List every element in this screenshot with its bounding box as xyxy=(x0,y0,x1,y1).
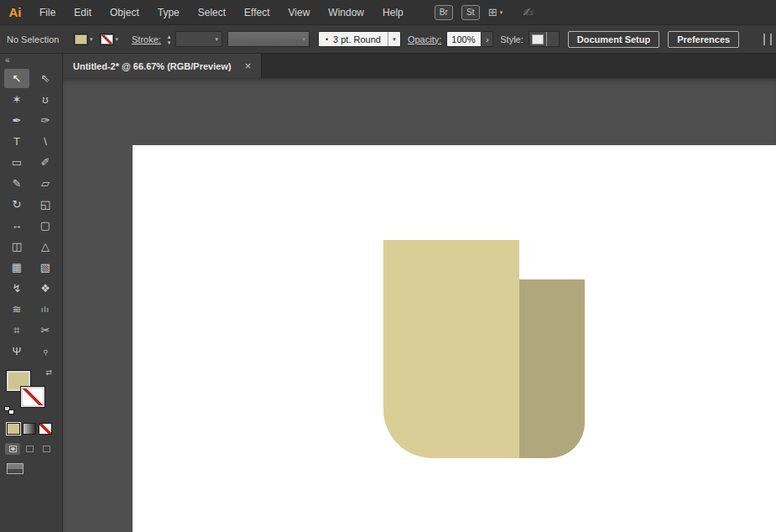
menu-window[interactable]: Window xyxy=(319,0,373,24)
stroke-label[interactable]: Stroke: xyxy=(132,34,161,44)
default-stroke-square xyxy=(8,409,14,415)
menu-object[interactable]: Object xyxy=(101,0,148,24)
selection-tool[interactable]: ↖ xyxy=(4,69,29,88)
opacity-select[interactable]: 100% › xyxy=(446,31,493,47)
stock-button[interactable]: St xyxy=(461,5,480,20)
draw-behind-icon xyxy=(26,446,34,452)
shape-builder-tool[interactable]: ◫ xyxy=(4,237,29,256)
line-segment-tool[interactable]: \ xyxy=(33,132,58,151)
tools-panel: « ↖ ⇖ ✶ ʊ ✒ ✑ T \ ▭ ✐ ✎ ▱ ↻ ◱ ↔ ▢ ◫ △ ▦ xyxy=(0,54,63,532)
chevron-down-icon: ▾ xyxy=(393,36,396,43)
artboard-tool[interactable]: ⌗ xyxy=(4,321,29,340)
document-tab-title: Untitled-2* @ 66.67% (RGB/Preview) xyxy=(73,61,232,71)
stroke-color-control[interactable]: ▾ xyxy=(100,34,119,45)
width-profile-select[interactable]: ▾ xyxy=(227,31,310,47)
menu-file[interactable]: File xyxy=(30,0,65,24)
blend-tool[interactable]: ❖ xyxy=(33,279,58,298)
fill-color-control[interactable]: ▾ xyxy=(74,34,93,45)
menu-type[interactable]: Type xyxy=(148,0,189,24)
document-tab[interactable]: Untitled-2* @ 66.67% (RGB/Preview) × xyxy=(63,54,262,78)
chevron-down-icon: ▾ xyxy=(213,36,220,43)
chevron-down-icon: ▾ xyxy=(300,36,307,43)
chevron-down-icon: ▾ xyxy=(551,36,555,43)
menu-view[interactable]: View xyxy=(279,0,320,24)
default-fill-stroke-icon[interactable] xyxy=(4,406,14,415)
menu-select[interactable]: Select xyxy=(189,0,235,24)
bridge-button[interactable]: Br xyxy=(435,5,453,20)
color-button[interactable] xyxy=(7,423,20,435)
chevron-down-icon: ▾ xyxy=(116,36,119,43)
paintbrush-tool[interactable]: ✐ xyxy=(33,153,58,172)
menu-help[interactable]: Help xyxy=(373,0,413,24)
document-setup-button[interactable]: Document Setup xyxy=(568,31,659,48)
stroke-color-box[interactable] xyxy=(21,387,44,407)
shaper-tool[interactable]: ✎ xyxy=(4,174,29,193)
perspective-grid-tool[interactable]: △ xyxy=(33,237,58,256)
opacity-value: 100% xyxy=(446,31,482,47)
style-label: Style: xyxy=(500,34,523,44)
gradient-button[interactable] xyxy=(23,423,36,435)
symbol-sprayer-tool[interactable]: ≋ xyxy=(4,300,29,319)
none-button[interactable] xyxy=(39,423,52,435)
stepper-up-icon: ▴ xyxy=(164,34,174,39)
curvature-tool[interactable]: ✑ xyxy=(33,111,58,130)
zoom-tool[interactable]: ⌕ xyxy=(29,336,60,367)
canvas xyxy=(63,78,776,532)
selection-status: No Selection xyxy=(7,34,74,44)
direct-selection-tool[interactable]: ⇖ xyxy=(33,69,58,88)
swap-fill-stroke-icon[interactable]: ⇄ xyxy=(45,368,52,377)
touch-workspace-icon[interactable]: ✍ xyxy=(523,5,534,20)
document-area: Untitled-2* @ 66.67% (RGB/Preview) × xyxy=(63,54,776,532)
opacity-label[interactable]: Opacity: xyxy=(408,34,441,44)
graphic-style-select[interactable]: ▾ xyxy=(529,31,560,47)
brush-definition-select[interactable]: • 3 pt. Round ▾ xyxy=(318,31,401,47)
artboard[interactable] xyxy=(133,145,776,532)
scale-tool[interactable]: ◱ xyxy=(33,195,58,214)
workspace-switcher[interactable]: ⊞ ▾ xyxy=(488,6,503,18)
free-transform-tool[interactable]: ▢ xyxy=(33,216,58,235)
draw-normal-icon xyxy=(9,446,17,452)
gradient-tool[interactable]: ▧ xyxy=(33,258,58,277)
eraser-tool[interactable]: ▱ xyxy=(33,174,58,193)
eyedropper-tool[interactable]: ↯ xyxy=(4,279,29,298)
brush-definition-value: 3 pt. Round xyxy=(333,34,388,44)
artwork-shape-dark[interactable] xyxy=(519,279,585,458)
draw-inside-button[interactable] xyxy=(39,443,54,455)
fill-swatch xyxy=(74,34,88,45)
draw-normal-button[interactable] xyxy=(5,443,20,455)
brush-dot-icon: • xyxy=(319,35,333,44)
tool-grid: ↖ ⇖ ✶ ʊ ✒ ✑ T \ ▭ ✐ ✎ ▱ ↻ ◱ ↔ ▢ ◫ △ ▦ ▧ xyxy=(0,69,62,361)
pen-tool[interactable]: ✒ xyxy=(4,111,29,130)
brush-dropdown-button[interactable]: ▾ xyxy=(388,32,400,46)
menu-bar: Ai File Edit Object Type Select Effect V… xyxy=(0,0,776,25)
menu-effect[interactable]: Effect xyxy=(235,0,279,24)
document-tab-bar: Untitled-2* @ 66.67% (RGB/Preview) × xyxy=(63,54,776,78)
fill-stroke-widget: ⇄ xyxy=(7,371,50,411)
panel-overflow-icon[interactable] xyxy=(763,34,772,45)
illustrator-logo-icon: Ai xyxy=(0,5,30,19)
screen-mode-button[interactable] xyxy=(7,463,23,474)
rotate-tool[interactable]: ↻ xyxy=(4,195,29,214)
draw-behind-button[interactable] xyxy=(22,443,37,455)
workspace-grid-icon: ⊞ xyxy=(488,6,497,18)
illustrator-window: Ai File Edit Object Type Select Effect V… xyxy=(0,0,776,532)
tab-close-icon[interactable]: × xyxy=(245,60,252,72)
workspace: « ↖ ⇖ ✶ ʊ ✒ ✑ T \ ▭ ✐ ✎ ▱ ↻ ◱ ↔ ▢ ◫ △ ▦ xyxy=(0,54,776,532)
stroke-weight-stepper[interactable]: ▴ ▾ xyxy=(164,32,174,47)
toolbar-collapse-button[interactable]: « xyxy=(0,54,62,67)
preferences-button[interactable]: Preferences xyxy=(668,31,739,48)
mesh-tool[interactable]: ▦ xyxy=(4,258,29,277)
width-tool[interactable]: ↔ xyxy=(4,216,29,235)
magic-wand-tool[interactable]: ✶ xyxy=(4,90,29,109)
column-graph-tool[interactable]: ılı xyxy=(33,300,58,319)
stroke-none-swatch xyxy=(100,34,114,45)
rectangle-tool[interactable]: ▭ xyxy=(4,153,29,172)
style-dropdown-button[interactable]: ▾ xyxy=(546,32,559,46)
lasso-tool[interactable]: ʊ xyxy=(33,90,58,109)
artwork-shape-light[interactable] xyxy=(383,240,519,458)
type-tool[interactable]: T xyxy=(4,132,29,151)
menu-edit[interactable]: Edit xyxy=(65,0,101,24)
hand-tool[interactable]: Ψ xyxy=(4,342,29,361)
stroke-weight-select[interactable]: ▾ xyxy=(175,31,222,47)
opacity-dropdown-icon[interactable]: › xyxy=(482,31,493,47)
